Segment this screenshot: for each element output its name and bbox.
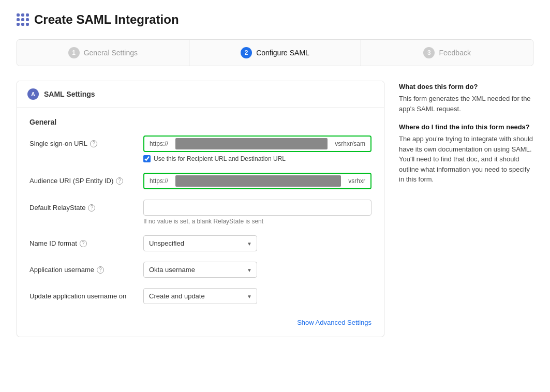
update-username-label: Update application username on [29, 288, 143, 300]
app-username-select[interactable]: Okta username Email Custom [143, 262, 257, 278]
sso-url-field: https:// vsrhxr/sam Use this for Recipie… [143, 135, 371, 162]
step-general-settings[interactable]: 1 General Settings [17, 40, 189, 66]
relay-state-row: Default RelayState ? If no value is set,… [29, 200, 371, 225]
name-id-format-select-wrapper: Unspecified EmailAddress Persistent Tran… [143, 235, 257, 251]
app-username-row: Application username ? Okta username Ema… [29, 262, 371, 278]
audience-uri-input-wrapper: https:// vsrhxr [143, 173, 371, 189]
audience-uri-help-icon[interactable]: ? [116, 177, 123, 185]
help-heading-1: What does this form do? [399, 83, 533, 91]
show-advanced-settings-link[interactable]: Show Advanced Settings [297, 319, 371, 326]
update-username-select[interactable]: Create and update Create only [143, 288, 257, 304]
sso-url-suffix: vsrhxr/sam [330, 137, 370, 151]
section-badge: A [27, 88, 39, 100]
sso-url-input-wrapper: https:// vsrhxr/sam [143, 135, 371, 152]
step-number-3: 3 [423, 47, 435, 58]
page-title: Create SAML Integration [17, 12, 533, 27]
sidebar-help: What does this form do? This form genera… [399, 81, 533, 337]
sso-url-label: Single sign-on URL ? [29, 135, 143, 147]
form-card-header: A SAML Settings [17, 81, 384, 108]
app-username-field: Okta username Email Custom ▼ [143, 262, 371, 278]
sso-url-row: Single sign-on URL ? https:// vsrhxr/sam… [29, 135, 371, 162]
sso-url-redacted [175, 138, 328, 149]
help-text-1: This form generates the XML needed for t… [399, 94, 533, 114]
audience-uri-label: Audience URI (SP Entity ID) ? [29, 173, 143, 185]
form-card-title: SAML Settings [44, 90, 95, 98]
name-id-format-field: Unspecified EmailAddress Persistent Tran… [143, 235, 371, 251]
section-general-label: General [29, 118, 371, 126]
app-username-label: Application username ? [29, 262, 143, 274]
grid-icon [17, 13, 29, 26]
recipient-url-checkbox-label: Use this for Recipient URL and Destinati… [154, 155, 286, 162]
audience-uri-prefix: https:// [144, 174, 173, 188]
app-username-select-wrapper: Okta username Email Custom ▼ [143, 262, 257, 278]
relay-state-hint: If no value is set, a blank RelayState i… [143, 218, 371, 225]
recipient-url-checkbox[interactable] [143, 155, 151, 162]
step-configure-saml[interactable]: 2 Configure SAML [189, 40, 362, 66]
update-username-row: Update application username on Create an… [29, 288, 371, 304]
update-username-select-wrapper: Create and update Create only ▼ [143, 288, 257, 304]
help-heading-2: Where do I find the info this form needs… [399, 123, 533, 131]
name-id-format-label: Name ID format ? [29, 235, 143, 247]
audience-uri-suffix: vsrhxr [343, 174, 370, 188]
step-number-1: 1 [68, 47, 80, 58]
app-username-help-icon[interactable]: ? [97, 266, 104, 274]
recipient-url-checkbox-row: Use this for Recipient URL and Destinati… [143, 155, 371, 162]
update-username-field: Create and update Create only ▼ [143, 288, 371, 304]
relay-state-label: Default RelayState ? [29, 200, 143, 212]
relay-state-help-icon[interactable]: ? [88, 204, 95, 212]
step-label-3: Feedback [439, 49, 470, 57]
step-feedback[interactable]: 3 Feedback [361, 40, 533, 66]
advanced-settings-row: Show Advanced Settings [29, 314, 371, 326]
name-id-format-select[interactable]: Unspecified EmailAddress Persistent Tran… [143, 235, 257, 251]
name-id-format-help-icon[interactable]: ? [80, 240, 87, 247]
saml-settings-card: A SAML Settings General Single sign-on U… [17, 81, 384, 337]
audience-uri-row: Audience URI (SP Entity ID) ? https:// v… [29, 173, 371, 189]
relay-state-input[interactable] [143, 200, 371, 216]
step-number-2: 2 [241, 47, 252, 58]
steps-bar: 1 General Settings 2 Configure SAML 3 Fe… [17, 39, 533, 66]
sso-url-help-icon[interactable]: ? [90, 140, 97, 147]
step-label-2: Configure SAML [256, 49, 309, 57]
audience-uri-field: https:// vsrhxr [143, 173, 371, 189]
relay-state-field: If no value is set, a blank RelayState i… [143, 200, 371, 225]
step-label-1: General Settings [84, 49, 138, 57]
audience-uri-redacted [175, 175, 341, 187]
name-id-format-row: Name ID format ? Unspecified EmailAddres… [29, 235, 371, 251]
help-text-2: The app you're trying to integrate with … [399, 134, 533, 185]
sso-url-prefix: https:// [144, 137, 173, 151]
